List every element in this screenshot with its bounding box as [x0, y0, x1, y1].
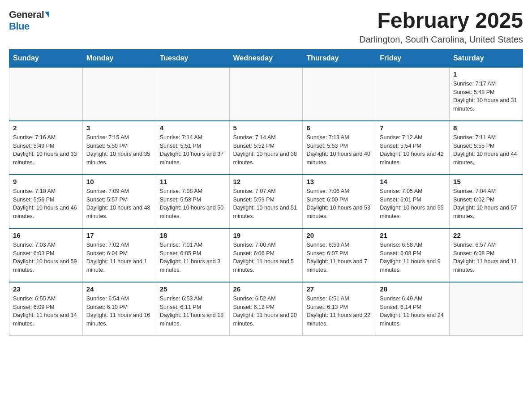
table-row: [9, 67, 83, 121]
day-number: 7: [380, 124, 446, 132]
day-number: 21: [380, 231, 446, 239]
day-number: 5: [233, 124, 299, 132]
day-info: Sunrise: 7:14 AMSunset: 5:51 PMDaylight:…: [160, 133, 226, 167]
day-number: 2: [13, 124, 79, 132]
day-number: 20: [306, 231, 372, 239]
day-number: 11: [160, 178, 226, 185]
day-number: 22: [453, 231, 519, 239]
logo-blue-text: Blue: [9, 21, 30, 32]
day-number: 4: [160, 124, 226, 132]
day-number: 23: [13, 285, 79, 293]
day-number: 27: [306, 285, 372, 293]
table-row: [156, 67, 229, 121]
col-saturday: Saturday: [450, 49, 523, 67]
day-number: 14: [380, 178, 446, 185]
table-row: 9Sunrise: 7:10 AMSunset: 5:56 PMDaylight…: [9, 175, 83, 228]
col-sunday: Sunday: [9, 49, 83, 67]
page-header: General Blue February 2025 Darlington, S…: [9, 9, 523, 45]
day-info: Sunrise: 7:01 AMSunset: 6:05 PMDaylight:…: [160, 241, 226, 274]
table-row: 4Sunrise: 7:14 AMSunset: 5:51 PMDaylight…: [156, 121, 229, 175]
table-row: 10Sunrise: 7:09 AMSunset: 5:57 PMDayligh…: [82, 175, 156, 228]
table-row: 14Sunrise: 7:05 AMSunset: 6:01 PMDayligh…: [376, 175, 450, 228]
table-row: [303, 67, 376, 121]
table-row: 20Sunrise: 6:59 AMSunset: 6:07 PMDayligh…: [303, 228, 376, 282]
day-info: Sunrise: 6:54 AMSunset: 6:10 PMDaylight:…: [86, 295, 152, 328]
day-info: Sunrise: 6:53 AMSunset: 6:11 PMDaylight:…: [160, 295, 226, 328]
day-number: 15: [453, 178, 519, 185]
col-tuesday: Tuesday: [156, 49, 229, 67]
table-row: [450, 282, 523, 336]
table-row: 1Sunrise: 7:17 AMSunset: 5:48 PMDaylight…: [450, 67, 523, 121]
table-row: 5Sunrise: 7:14 AMSunset: 5:52 PMDaylight…: [229, 121, 303, 175]
day-info: Sunrise: 7:08 AMSunset: 5:58 PMDaylight:…: [160, 187, 226, 221]
col-friday: Friday: [376, 49, 450, 67]
day-number: 16: [13, 231, 79, 239]
day-info: Sunrise: 7:00 AMSunset: 6:06 PMDaylight:…: [233, 241, 299, 274]
table-row: 16Sunrise: 7:03 AMSunset: 6:03 PMDayligh…: [9, 228, 83, 282]
day-info: Sunrise: 7:14 AMSunset: 5:52 PMDaylight:…: [233, 133, 299, 167]
table-row: 2Sunrise: 7:16 AMSunset: 5:49 PMDaylight…: [9, 121, 83, 175]
day-info: Sunrise: 7:13 AMSunset: 5:53 PMDaylight:…: [306, 133, 372, 167]
day-number: 10: [86, 178, 152, 185]
day-info: Sunrise: 7:15 AMSunset: 5:50 PMDaylight:…: [86, 133, 152, 167]
day-number: 6: [306, 124, 372, 132]
day-number: 24: [86, 285, 152, 293]
logo-general-text: General: [9, 9, 44, 21]
day-info: Sunrise: 6:52 AMSunset: 6:12 PMDaylight:…: [233, 295, 299, 328]
table-row: 21Sunrise: 6:58 AMSunset: 6:08 PMDayligh…: [376, 228, 450, 282]
table-row: 11Sunrise: 7:08 AMSunset: 5:58 PMDayligh…: [156, 175, 229, 228]
col-thursday: Thursday: [303, 49, 376, 67]
day-number: 26: [233, 285, 299, 293]
day-number: 1: [453, 70, 519, 78]
day-number: 9: [13, 178, 79, 185]
table-row: 8Sunrise: 7:11 AMSunset: 5:55 PMDaylight…: [450, 121, 523, 175]
table-row: 15Sunrise: 7:04 AMSunset: 6:02 PMDayligh…: [450, 175, 523, 228]
day-info: Sunrise: 7:16 AMSunset: 5:49 PMDaylight:…: [13, 133, 79, 167]
calendar-week-row: 16Sunrise: 7:03 AMSunset: 6:03 PMDayligh…: [9, 228, 523, 282]
logo-arrow-icon: [45, 12, 49, 18]
day-info: Sunrise: 6:49 AMSunset: 6:14 PMDaylight:…: [380, 295, 446, 328]
day-number: 18: [160, 231, 226, 239]
calendar-table: Sunday Monday Tuesday Wednesday Thursday…: [9, 49, 523, 336]
day-info: Sunrise: 7:04 AMSunset: 6:02 PMDaylight:…: [453, 187, 519, 221]
table-row: 26Sunrise: 6:52 AMSunset: 6:12 PMDayligh…: [229, 282, 303, 336]
col-monday: Monday: [82, 49, 156, 67]
logo: General Blue: [9, 9, 49, 32]
table-row: 18Sunrise: 7:01 AMSunset: 6:05 PMDayligh…: [156, 228, 229, 282]
day-number: 8: [453, 124, 519, 132]
day-number: 19: [233, 231, 299, 239]
day-info: Sunrise: 7:11 AMSunset: 5:55 PMDaylight:…: [453, 133, 519, 167]
table-row: 3Sunrise: 7:15 AMSunset: 5:50 PMDaylight…: [82, 121, 156, 175]
day-info: Sunrise: 7:02 AMSunset: 6:04 PMDaylight:…: [86, 241, 152, 274]
table-row: 6Sunrise: 7:13 AMSunset: 5:53 PMDaylight…: [303, 121, 376, 175]
table-row: 19Sunrise: 7:00 AMSunset: 6:06 PMDayligh…: [229, 228, 303, 282]
day-info: Sunrise: 7:06 AMSunset: 6:00 PMDaylight:…: [306, 187, 372, 221]
table-row: 28Sunrise: 6:49 AMSunset: 6:14 PMDayligh…: [376, 282, 450, 336]
table-row: 22Sunrise: 6:57 AMSunset: 6:08 PMDayligh…: [450, 228, 523, 282]
table-row: [229, 67, 303, 121]
day-info: Sunrise: 6:55 AMSunset: 6:09 PMDaylight:…: [13, 295, 79, 328]
day-info: Sunrise: 7:03 AMSunset: 6:03 PMDaylight:…: [13, 241, 79, 274]
table-row: 25Sunrise: 6:53 AMSunset: 6:11 PMDayligh…: [156, 282, 229, 336]
table-row: 7Sunrise: 7:12 AMSunset: 5:54 PMDaylight…: [376, 121, 450, 175]
calendar-week-row: 23Sunrise: 6:55 AMSunset: 6:09 PMDayligh…: [9, 282, 523, 336]
calendar-week-row: 1Sunrise: 7:17 AMSunset: 5:48 PMDaylight…: [9, 67, 523, 121]
day-info: Sunrise: 6:57 AMSunset: 6:08 PMDaylight:…: [453, 241, 519, 274]
day-number: 3: [86, 124, 152, 132]
day-number: 12: [233, 178, 299, 185]
day-info: Sunrise: 7:05 AMSunset: 6:01 PMDaylight:…: [380, 187, 446, 221]
day-info: Sunrise: 6:58 AMSunset: 6:08 PMDaylight:…: [380, 241, 446, 274]
table-row: 27Sunrise: 6:51 AMSunset: 6:13 PMDayligh…: [303, 282, 376, 336]
day-number: 17: [86, 231, 152, 239]
day-info: Sunrise: 6:51 AMSunset: 6:13 PMDaylight:…: [306, 295, 372, 328]
day-info: Sunrise: 7:12 AMSunset: 5:54 PMDaylight:…: [380, 133, 446, 167]
day-info: Sunrise: 7:07 AMSunset: 5:59 PMDaylight:…: [233, 187, 299, 221]
table-row: [82, 67, 156, 121]
title-block: February 2025 Darlington, South Carolina…: [359, 9, 523, 45]
table-row: 12Sunrise: 7:07 AMSunset: 5:59 PMDayligh…: [229, 175, 303, 228]
table-row: 24Sunrise: 6:54 AMSunset: 6:10 PMDayligh…: [82, 282, 156, 336]
day-number: 25: [160, 285, 226, 293]
table-row: 13Sunrise: 7:06 AMSunset: 6:00 PMDayligh…: [303, 175, 376, 228]
calendar-header-row: Sunday Monday Tuesday Wednesday Thursday…: [9, 49, 523, 67]
calendar-title: February 2025: [359, 9, 523, 33]
